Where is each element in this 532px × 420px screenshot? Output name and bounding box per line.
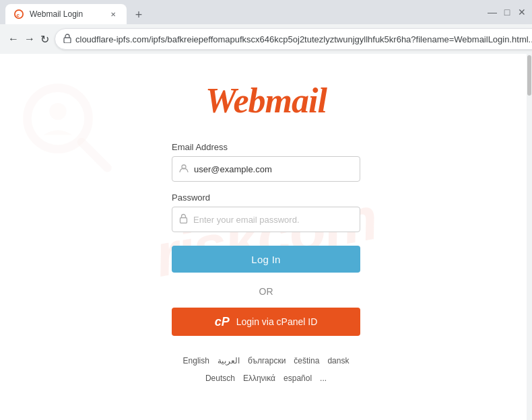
back-button[interactable]: ← (8, 30, 19, 48)
language-item-6[interactable]: Ελληνικά (243, 374, 275, 383)
language-item-2[interactable]: български (248, 356, 286, 365)
svg-rect-2 (64, 38, 71, 43)
language-bar: EnglishالعربيةбългарскиčeštinadanskDeuts… (172, 356, 360, 396)
page-content: riskcom Webmail Email Address (0, 54, 532, 420)
password-input[interactable] (193, 215, 353, 225)
forward-button[interactable]: → (24, 30, 35, 48)
scrollbar-thumb[interactable] (527, 55, 531, 96)
language-item-3[interactable]: čeština (294, 356, 319, 365)
svg-rect-8 (180, 218, 187, 223)
lock-icon (63, 34, 71, 45)
email-input[interactable] (194, 164, 353, 174)
email-input-wrapper (172, 156, 360, 182)
language-item-5[interactable]: Deutsch (205, 374, 235, 383)
new-tab-button[interactable]: + (129, 5, 148, 24)
browser-frame: c Webmail Login ✕ + — □ ✕ ← → ↻ (0, 0, 532, 420)
lock-input-icon (179, 213, 188, 225)
tab-close-button[interactable]: ✕ (108, 9, 119, 20)
tab-title: Webmail Login (30, 9, 102, 19)
password-input-wrapper (172, 207, 360, 232)
language-item-4[interactable]: dansk (327, 356, 349, 365)
url-text: cloudflare-ipfs.com/ipfs/bafkreiepeffoma… (75, 34, 532, 44)
refresh-button[interactable]: ↻ (40, 30, 49, 48)
language-item-0[interactable]: English (183, 356, 209, 365)
title-bar: c Webmail Login ✕ + — □ ✕ (0, 0, 532, 24)
email-label: Email Address (172, 142, 360, 152)
language-item-7[interactable]: español (284, 374, 312, 383)
user-icon (179, 164, 189, 175)
tab-area: c Webmail Login ✕ + (5, 0, 479, 24)
language-item-1[interactable]: العربية (218, 356, 240, 365)
language-item-8[interactable]: ... (320, 374, 327, 383)
cpanel-logo-icon: cP (215, 315, 230, 329)
minimize-button[interactable]: — (488, 7, 497, 17)
tab-favicon: c (13, 9, 24, 20)
window-controls: — □ ✕ (488, 7, 527, 17)
webmail-logo: Webmail (205, 81, 327, 120)
address-bar-area: ← → ↻ cloudflare-ipfs.com/ipfs/bafkreiep… (0, 24, 532, 54)
maximize-button[interactable]: □ (502, 7, 512, 17)
svg-text:c: c (17, 12, 20, 18)
cpanel-button-label: Login via cPanel ID (236, 316, 318, 327)
login-form: Email Address Password (172, 142, 360, 396)
login-container: Webmail Email Address Password (0, 54, 532, 417)
close-button[interactable]: ✕ (517, 7, 527, 17)
or-divider: OR (172, 286, 360, 297)
password-label: Password (172, 193, 360, 203)
cpanel-login-button[interactable]: cP Login via cPanel ID (172, 308, 360, 336)
scrollbar[interactable] (527, 54, 532, 420)
active-tab[interactable]: c Webmail Login ✕ (5, 4, 127, 24)
address-bar[interactable]: cloudflare-ipfs.com/ipfs/bafkreiepeffoma… (55, 28, 532, 50)
login-button[interactable]: Log In (172, 246, 360, 273)
